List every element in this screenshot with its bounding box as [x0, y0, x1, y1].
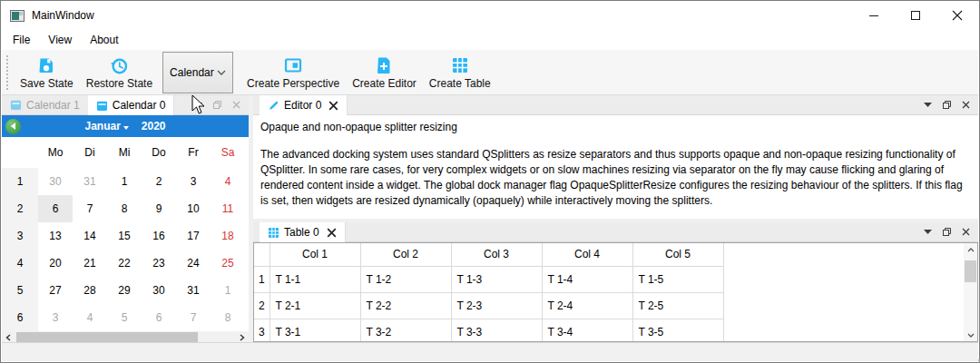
calendar-day[interactable]: 4: [73, 304, 107, 331]
calendar-day[interactable]: 27: [38, 277, 73, 304]
table-cell[interactable]: T 2-5: [632, 292, 723, 319]
tabs-menu-button[interactable]: [924, 230, 932, 234]
calendar-day[interactable]: 29: [107, 277, 142, 304]
create-table-button[interactable]: Create Table: [423, 54, 497, 92]
scroll-down-icon[interactable]: [964, 329, 977, 341]
column-header[interactable]: Col 1: [270, 243, 360, 266]
close-panel-button[interactable]: [962, 101, 970, 109]
table-cell[interactable]: T 1-3: [451, 266, 542, 292]
tab-calendar-1[interactable]: Calendar 1: [2, 95, 88, 114]
maximize-button[interactable]: [895, 2, 936, 29]
column-header[interactable]: Col 5: [632, 243, 723, 266]
close-panel-button[interactable]: [962, 228, 970, 236]
calendar-day[interactable]: 24: [176, 250, 211, 277]
table-cell[interactable]: T 2-4: [542, 292, 632, 319]
resize-grip-icon[interactable]: [973, 356, 975, 358]
table-cell[interactable]: T 3-5: [632, 319, 723, 342]
calendar-day[interactable]: 15: [107, 222, 142, 250]
float-panel-button[interactable]: [942, 227, 952, 237]
calendar-day[interactable]: 18: [211, 222, 245, 250]
calendar-day[interactable]: 31: [73, 168, 107, 195]
calendar-day[interactable]: 9: [142, 195, 176, 222]
close-panel-button[interactable]: [232, 101, 240, 109]
table-cell[interactable]: T 2-2: [360, 292, 451, 319]
float-panel-button[interactable]: [212, 100, 222, 110]
calendar-day[interactable]: 31: [176, 277, 211, 304]
create-perspective-button[interactable]: Create Perspective: [240, 54, 346, 92]
save-state-button[interactable]: Save State: [14, 54, 80, 92]
calendar-day[interactable]: 16: [142, 222, 176, 250]
editor-content[interactable]: Opaque and non-opaque splitter resizing …: [253, 115, 978, 219]
table-vertical-scrollbar[interactable]: [964, 243, 977, 341]
table-cell[interactable]: T 1-5: [632, 266, 723, 292]
scroll-up-icon[interactable]: [964, 243, 977, 256]
calendar-day-selected[interactable]: 6: [38, 195, 73, 222]
calendar-day[interactable]: 23: [142, 250, 176, 277]
calendar-day[interactable]: 3: [38, 304, 73, 331]
calendar-day[interactable]: 25: [211, 250, 245, 277]
month-button[interactable]: Januar: [84, 120, 120, 132]
calendar-day[interactable]: 20: [38, 250, 73, 277]
scrollbar-thumb[interactable]: [965, 260, 976, 282]
tab-close-button[interactable]: [327, 228, 337, 238]
tab-calendar-0[interactable]: Calendar 0: [88, 95, 175, 115]
tab-table-0[interactable]: Table 0: [260, 222, 346, 242]
week-number: 5: [2, 277, 38, 304]
table-cell[interactable]: T 2-1: [270, 292, 360, 319]
calendar-day[interactable]: 5: [107, 304, 142, 331]
new-editor-icon: [374, 55, 394, 75]
create-editor-button[interactable]: Create Editor: [346, 54, 423, 92]
close-button[interactable]: [936, 2, 978, 29]
minimize-button[interactable]: [853, 2, 895, 29]
prev-month-button[interactable]: [5, 119, 21, 134]
column-header[interactable]: Col 3: [451, 243, 542, 266]
calendar-day[interactable]: 10: [176, 195, 211, 222]
menu-view[interactable]: View: [39, 31, 81, 49]
table-cell[interactable]: T 3-3: [451, 319, 542, 342]
calendar-tabbar: Calendar 1 Calendar 0: [2, 95, 249, 115]
table-cell[interactable]: T 3-4: [542, 319, 632, 342]
calendar-day[interactable]: 30: [142, 277, 176, 304]
calendar-day[interactable]: 14: [73, 222, 107, 250]
table-cell[interactable]: T 2-3: [451, 292, 542, 319]
calendar-day[interactable]: 8: [107, 195, 142, 222]
window-title: MainWindow: [32, 9, 94, 22]
table-row: 2 T 2-1 T 2-2 T 2-3 T 2-4 T 2-5: [254, 292, 723, 319]
table-cell[interactable]: T 1-4: [542, 266, 632, 292]
calendar-day[interactable]: 7: [73, 195, 107, 222]
calendar-day[interactable]: 6: [142, 304, 176, 331]
menu-about[interactable]: About: [81, 31, 127, 49]
column-header[interactable]: Col 2: [360, 243, 451, 266]
calendar-day[interactable]: 3: [176, 168, 211, 195]
calendar-day[interactable]: 13: [38, 222, 73, 250]
calendar-day[interactable]: 28: [73, 277, 107, 304]
calendar-day[interactable]: 22: [107, 250, 142, 277]
calendar-day[interactable]: 7: [176, 304, 211, 331]
restore-state-button[interactable]: Restore State: [80, 54, 159, 92]
calendar-day[interactable]: 30: [38, 168, 73, 195]
calendar-day[interactable]: 11: [211, 195, 245, 222]
menu-file[interactable]: File: [4, 31, 39, 49]
calendar-day[interactable]: 17: [176, 222, 211, 250]
close-icon: [952, 10, 963, 21]
tabs-menu-button[interactable]: [924, 103, 932, 107]
toolbar-drag-handle[interactable]: [6, 55, 10, 90]
calendar-day[interactable]: 2: [142, 168, 176, 195]
perspective-combobox[interactable]: Calendar: [162, 52, 233, 93]
save-icon: [36, 55, 56, 75]
calendar-day[interactable]: 1: [107, 168, 142, 195]
tab-close-button[interactable]: [328, 101, 338, 111]
table-cell[interactable]: T 1-1: [270, 266, 360, 292]
column-header[interactable]: Col 4: [542, 243, 632, 266]
table-cell[interactable]: T 3-2: [360, 319, 451, 342]
table-cell[interactable]: T 3-1: [270, 319, 360, 342]
calendar-day[interactable]: 21: [73, 250, 107, 277]
float-panel-button[interactable]: [942, 100, 952, 110]
tabs-menu-button[interactable]: [194, 103, 202, 107]
tab-editor-0[interactable]: Editor 0: [260, 95, 348, 115]
table-cell[interactable]: T 1-2: [360, 266, 451, 292]
calendar-day[interactable]: 1: [211, 277, 245, 304]
year-button[interactable]: 2020: [142, 120, 166, 132]
calendar-day[interactable]: 4: [211, 168, 245, 195]
calendar-day[interactable]: 8: [211, 304, 245, 331]
